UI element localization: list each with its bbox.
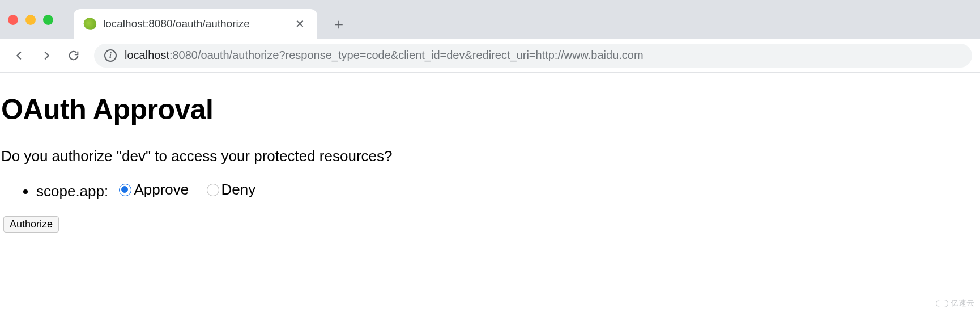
page-content: OAuth Approval Do you authorize "dev" to… [0, 73, 980, 233]
site-info-icon[interactable]: i [104, 49, 117, 62]
watermark-icon [936, 300, 948, 307]
spring-leaf-icon [82, 16, 98, 32]
watermark-text: 亿速云 [951, 298, 974, 309]
reload-icon [67, 49, 80, 62]
browser-toolbar: i localhost:8080/oauth/authorize?respons… [0, 39, 980, 73]
window-maximize-button[interactable] [43, 15, 53, 25]
deny-label[interactable]: Deny [221, 181, 256, 199]
close-tab-icon[interactable]: ✕ [293, 17, 307, 31]
scope-item: scope.app: Approve Deny [36, 181, 980, 200]
arrow-right-icon [40, 49, 53, 62]
authorize-prompt: Do you authorize "dev" to access your pr… [0, 147, 980, 165]
url-text: localhost:8080/oauth/authorize?response_… [125, 49, 644, 62]
page-title: OAuth Approval [0, 93, 980, 126]
window-controls [8, 15, 53, 25]
arrow-left-icon [13, 49, 25, 62]
back-button[interactable] [8, 44, 31, 67]
reload-button[interactable] [62, 44, 85, 67]
window-close-button[interactable] [8, 15, 18, 25]
scope-label: scope.app: [36, 183, 108, 200]
forward-button[interactable] [35, 44, 58, 67]
deny-radio[interactable] [207, 184, 219, 196]
browser-tab-strip: localhost:8080/oauth/authorize ✕ ＋ [0, 0, 980, 39]
new-tab-button[interactable]: ＋ [327, 12, 350, 35]
window-minimize-button[interactable] [25, 15, 36, 25]
approve-label[interactable]: Approve [134, 181, 189, 199]
authorize-button[interactable]: Authorize [3, 216, 59, 233]
browser-tab[interactable]: localhost:8080/oauth/authorize ✕ [74, 9, 317, 39]
url-path: :8080/oauth/authorize?response_type=code… [169, 49, 644, 61]
approve-radio[interactable] [119, 184, 131, 196]
tab-title: localhost:8080/oauth/authorize [103, 18, 286, 30]
scope-list: scope.app: Approve Deny [0, 181, 980, 200]
watermark: 亿速云 [936, 298, 974, 309]
url-host: localhost [125, 49, 169, 61]
authorize-form: Authorize [0, 216, 980, 233]
address-bar[interactable]: i localhost:8080/oauth/authorize?respons… [94, 44, 972, 68]
